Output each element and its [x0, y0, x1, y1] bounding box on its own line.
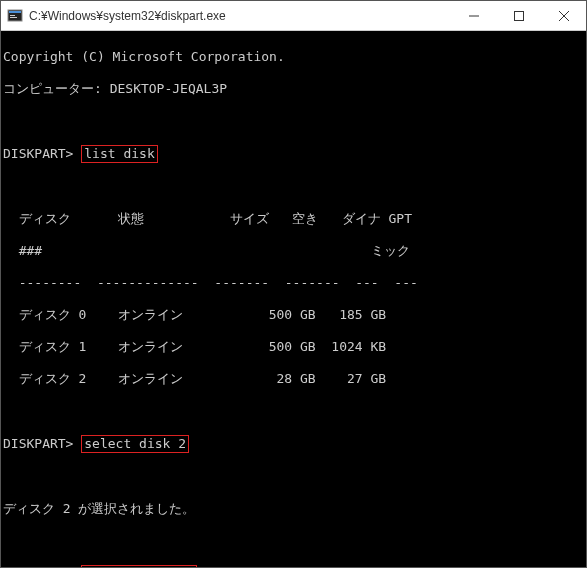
app-icon — [7, 8, 23, 24]
window-controls — [451, 1, 586, 30]
computer-line: コンピューター: DESKTOP-JEQAL3P — [3, 81, 584, 97]
prompt-label: DISKPART> — [3, 146, 73, 161]
maximize-button[interactable] — [496, 1, 541, 30]
minimize-button[interactable] — [451, 1, 496, 30]
disk-row: ディスク 0 オンライン 500 GB 185 GB — [3, 307, 584, 323]
select-disk-message: ディスク 2 が選択されました。 — [3, 501, 584, 517]
disk-row: ディスク 2 オンライン 28 GB 27 GB — [3, 371, 584, 387]
command-select-disk: select disk 2 — [81, 435, 189, 453]
svg-rect-3 — [10, 17, 17, 18]
prompt-line: DISKPART> select disk 2 — [3, 435, 584, 453]
prompt-label: DISKPART> — [3, 566, 73, 567]
disk-header-1: ディスク 状態 サイズ 空き ダイナ GPT — [3, 211, 584, 227]
svg-rect-1 — [9, 11, 21, 13]
terminal-output[interactable]: Copyright (C) Microsoft Corporation. コンピ… — [1, 31, 586, 567]
window-title: C:¥Windows¥system32¥diskpart.exe — [29, 9, 451, 23]
close-button[interactable] — [541, 1, 586, 30]
svg-rect-2 — [10, 15, 15, 16]
command-list-partition: list partition — [81, 565, 197, 567]
disk-header-2: ### ミック — [3, 243, 584, 259]
copyright-line: Copyright (C) Microsoft Corporation. — [3, 49, 584, 65]
svg-rect-5 — [514, 11, 523, 20]
window-frame: C:¥Windows¥system32¥diskpart.exe Copyrig… — [0, 0, 587, 568]
prompt-line: DISKPART> list disk — [3, 145, 584, 163]
disk-divider: -------- ------------- ------- ------- -… — [3, 275, 584, 291]
titlebar[interactable]: C:¥Windows¥system32¥diskpart.exe — [1, 1, 586, 31]
disk-row: ディスク 1 オンライン 500 GB 1024 KB — [3, 339, 584, 355]
prompt-line: DISKPART> list partition — [3, 565, 584, 567]
command-list-disk: list disk — [81, 145, 157, 163]
prompt-label: DISKPART> — [3, 436, 73, 451]
